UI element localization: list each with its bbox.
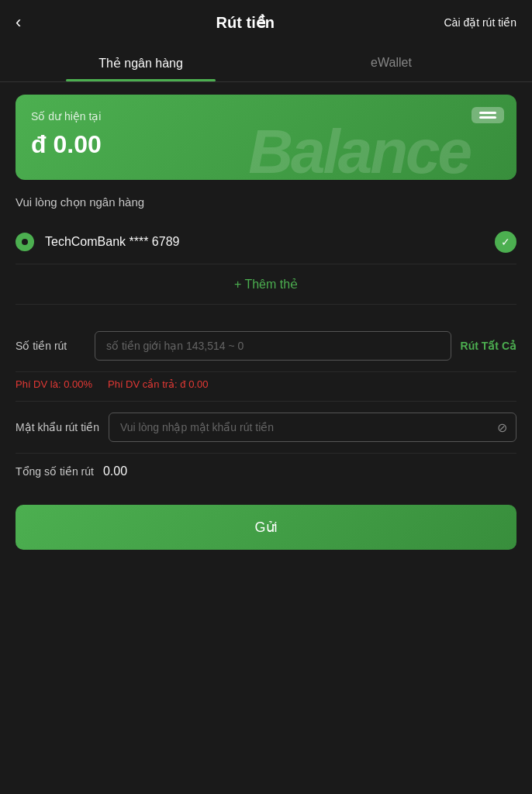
amount-label: Số tiền rút	[16, 340, 85, 352]
submit-button[interactable]: Gửi	[16, 505, 516, 550]
settings-button[interactable]: Cài đặt rút tiền	[444, 16, 516, 29]
fee-value: Phí DV cần trả: đ 0.00	[108, 378, 208, 390]
password-input-wrapper: ⊘	[109, 413, 516, 442]
fee-label: Phí DV là: 0.00%	[16, 378, 92, 390]
back-button[interactable]: ‹	[16, 12, 47, 33]
bank-item[interactable]: TechComBank **** 6789 ✓	[16, 220, 516, 264]
header: ‹ Rút tiền Cài đặt rút tiền	[0, 0, 532, 45]
bank-radio[interactable]	[16, 233, 34, 251]
bank-section-label: Vui lòng chọn ngân hàng	[16, 195, 516, 209]
main-content: Số dư hiện tại đ 0.00 Balance Vui lòng c…	[0, 82, 532, 562]
password-label: Mật khẩu rút tiền	[16, 421, 99, 433]
amount-input[interactable]	[95, 331, 451, 361]
amount-row: Số tiền rút Rút Tất Cả	[16, 320, 516, 372]
bank-name: TechComBank **** 6789	[45, 235, 495, 249]
tab-bank[interactable]: Thẻ ngân hàng	[16, 45, 266, 81]
rut-tat-ca-button[interactable]: Rút Tất Cả	[461, 340, 516, 352]
eye-off-icon[interactable]: ⊘	[497, 420, 507, 435]
card-icon-line1	[479, 112, 496, 114]
total-label: Tổng số tiền rút	[16, 465, 94, 478]
fee-row: Phí DV là: 0.00% Phí DV cần trả: đ 0.00	[16, 372, 516, 402]
amount-input-wrapper	[95, 331, 451, 361]
total-value: 0.00	[103, 464, 127, 478]
add-card-button[interactable]: + Thêm thẻ	[16, 264, 516, 305]
tab-ewallet[interactable]: eWallet	[266, 45, 516, 81]
tab-bar: Thẻ ngân hàng eWallet	[0, 45, 532, 82]
card-icon	[472, 107, 504, 123]
balance-card: Số dư hiện tại đ 0.00 Balance	[16, 95, 516, 180]
total-row: Tổng số tiền rút 0.00	[16, 454, 516, 489]
page-title: Rút tiền	[216, 13, 275, 32]
bank-check-icon: ✓	[495, 231, 516, 253]
password-row: Mật khẩu rút tiền ⊘	[16, 402, 516, 454]
balance-watermark: Balance	[248, 116, 470, 180]
password-input[interactable]	[109, 413, 516, 442]
card-icon-line2	[479, 116, 496, 119]
